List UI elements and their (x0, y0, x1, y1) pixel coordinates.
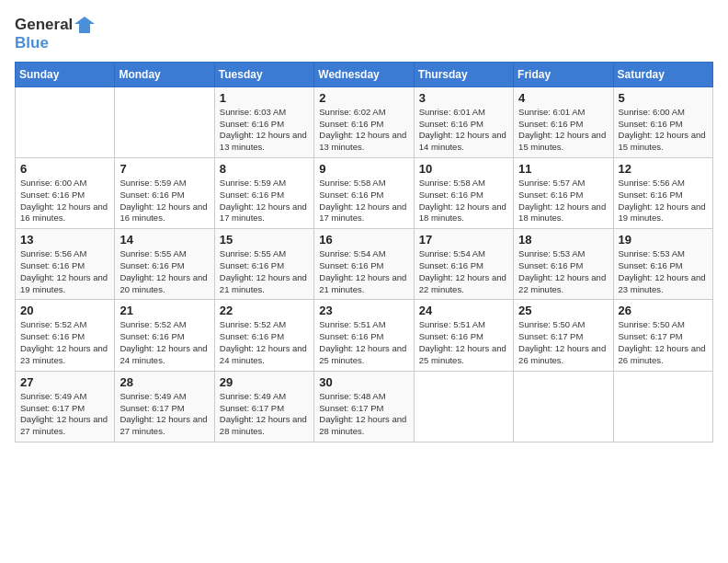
calendar-cell: 6Sunrise: 6:00 AM Sunset: 6:16 PM Daylig… (16, 157, 115, 228)
day-number: 1 (220, 91, 309, 105)
calendar-cell (514, 371, 613, 442)
day-info: Sunrise: 5:56 AM Sunset: 6:16 PM Dayligh… (619, 178, 708, 224)
day-info: Sunrise: 5:56 AM Sunset: 6:16 PM Dayligh… (20, 248, 109, 295)
calendar-cell: 13Sunrise: 5:56 AM Sunset: 6:16 PM Dayli… (16, 229, 115, 300)
day-number: 12 (619, 162, 708, 176)
calendar-week-2: 6Sunrise: 6:00 AM Sunset: 6:16 PM Daylig… (16, 157, 713, 228)
day-number: 27 (20, 375, 109, 389)
logo-general: General (15, 17, 73, 34)
calendar-header-row: SundayMondayTuesdayWednesdayThursdayFrid… (16, 62, 713, 86)
day-info: Sunrise: 6:02 AM Sunset: 6:16 PM Dayligh… (319, 107, 408, 154)
day-info: Sunrise: 6:00 AM Sunset: 6:16 PM Dayligh… (20, 178, 109, 224)
day-info: Sunrise: 6:03 AM Sunset: 6:16 PM Dayligh… (220, 107, 309, 154)
day-number: 7 (119, 162, 209, 176)
day-number: 10 (419, 162, 508, 176)
day-info: Sunrise: 5:59 AM Sunset: 6:16 PM Dayligh… (220, 178, 309, 224)
calendar-cell: 19Sunrise: 5:53 AM Sunset: 6:16 PM Dayli… (613, 229, 712, 300)
col-header-tuesday: Tuesday (214, 62, 313, 86)
day-number: 20 (20, 304, 109, 317)
day-number: 21 (119, 304, 209, 317)
calendar-cell: 21Sunrise: 5:52 AM Sunset: 6:16 PM Dayli… (115, 300, 214, 371)
calendar-week-5: 27Sunrise: 5:49 AM Sunset: 6:17 PM Dayli… (16, 371, 713, 442)
day-info: Sunrise: 5:54 AM Sunset: 6:16 PM Dayligh… (319, 248, 408, 295)
day-info: Sunrise: 5:51 AM Sunset: 6:16 PM Dayligh… (419, 319, 508, 366)
day-info: Sunrise: 5:49 AM Sunset: 6:17 PM Dayligh… (119, 391, 209, 438)
calendar-cell: 2Sunrise: 6:02 AM Sunset: 6:16 PM Daylig… (314, 86, 414, 157)
day-info: Sunrise: 5:52 AM Sunset: 6:16 PM Dayligh… (119, 319, 209, 366)
day-info: Sunrise: 5:51 AM Sunset: 6:16 PM Dayligh… (319, 319, 408, 366)
day-info: Sunrise: 5:48 AM Sunset: 6:17 PM Dayligh… (319, 391, 408, 438)
calendar-cell: 29Sunrise: 5:49 AM Sunset: 6:17 PM Dayli… (214, 371, 313, 442)
day-number: 23 (319, 304, 408, 317)
calendar-cell: 12Sunrise: 5:56 AM Sunset: 6:16 PM Dayli… (613, 157, 712, 228)
day-number: 15 (220, 233, 309, 247)
day-info: Sunrise: 5:49 AM Sunset: 6:17 PM Dayligh… (20, 391, 109, 438)
day-info: Sunrise: 5:58 AM Sunset: 6:16 PM Dayligh… (319, 178, 408, 224)
col-header-sunday: Sunday (16, 62, 115, 86)
calendar-table: SundayMondayTuesdayWednesdayThursdayFrid… (15, 62, 713, 442)
day-info: Sunrise: 5:55 AM Sunset: 6:16 PM Dayligh… (220, 248, 309, 295)
calendar-cell (414, 371, 513, 442)
calendar-week-4: 20Sunrise: 5:52 AM Sunset: 6:16 PM Dayli… (16, 300, 713, 371)
day-number: 17 (419, 233, 508, 247)
logo-bird-icon (74, 15, 95, 35)
logo: General Blue (15, 15, 95, 52)
day-number: 26 (619, 304, 708, 317)
day-number: 16 (319, 233, 408, 247)
calendar-cell: 28Sunrise: 5:49 AM Sunset: 6:17 PM Dayli… (115, 371, 214, 442)
col-header-friday: Friday (514, 62, 613, 86)
day-number: 29 (220, 375, 309, 389)
logo-text: General Blue (15, 15, 95, 52)
col-header-wednesday: Wednesday (314, 62, 414, 86)
day-number: 18 (518, 233, 608, 247)
day-number: 25 (518, 304, 608, 317)
day-number: 3 (419, 91, 508, 105)
calendar-cell: 15Sunrise: 5:55 AM Sunset: 6:16 PM Dayli… (214, 229, 313, 300)
calendar-cell (16, 86, 115, 157)
calendar-cell: 4Sunrise: 6:01 AM Sunset: 6:16 PM Daylig… (514, 86, 613, 157)
day-info: Sunrise: 5:49 AM Sunset: 6:17 PM Dayligh… (220, 391, 309, 438)
logo-blue: Blue (15, 35, 95, 52)
day-number: 2 (319, 91, 408, 105)
calendar-cell (613, 371, 712, 442)
day-info: Sunrise: 5:57 AM Sunset: 6:16 PM Dayligh… (518, 178, 608, 224)
day-number: 4 (518, 91, 608, 105)
calendar-cell: 9Sunrise: 5:58 AM Sunset: 6:16 PM Daylig… (314, 157, 414, 228)
calendar-cell: 17Sunrise: 5:54 AM Sunset: 6:16 PM Dayli… (414, 229, 513, 300)
calendar-cell: 23Sunrise: 5:51 AM Sunset: 6:16 PM Dayli… (314, 300, 414, 371)
calendar-cell: 18Sunrise: 5:53 AM Sunset: 6:16 PM Dayli… (514, 229, 613, 300)
day-number: 22 (220, 304, 309, 317)
calendar-cell: 30Sunrise: 5:48 AM Sunset: 6:17 PM Dayli… (314, 371, 414, 442)
calendar-cell: 22Sunrise: 5:52 AM Sunset: 6:16 PM Dayli… (214, 300, 313, 371)
calendar-cell: 26Sunrise: 5:50 AM Sunset: 6:17 PM Dayli… (613, 300, 712, 371)
day-number: 28 (119, 375, 209, 389)
calendar-cell: 14Sunrise: 5:55 AM Sunset: 6:16 PM Dayli… (115, 229, 214, 300)
day-number: 11 (518, 162, 608, 176)
calendar-cell: 1Sunrise: 6:03 AM Sunset: 6:16 PM Daylig… (214, 86, 313, 157)
day-info: Sunrise: 5:50 AM Sunset: 6:17 PM Dayligh… (518, 319, 608, 366)
calendar-cell: 25Sunrise: 5:50 AM Sunset: 6:17 PM Dayli… (514, 300, 613, 371)
day-info: Sunrise: 6:01 AM Sunset: 6:16 PM Dayligh… (518, 107, 608, 154)
calendar-cell: 5Sunrise: 6:00 AM Sunset: 6:16 PM Daylig… (613, 86, 712, 157)
calendar-cell: 3Sunrise: 6:01 AM Sunset: 6:16 PM Daylig… (414, 86, 513, 157)
svg-marker-0 (74, 17, 95, 33)
day-number: 6 (20, 162, 109, 176)
calendar-week-1: 1Sunrise: 6:03 AM Sunset: 6:16 PM Daylig… (16, 86, 713, 157)
calendar-cell: 7Sunrise: 5:59 AM Sunset: 6:16 PM Daylig… (115, 157, 214, 228)
calendar-cell: 8Sunrise: 5:59 AM Sunset: 6:16 PM Daylig… (214, 157, 313, 228)
calendar-cell: 27Sunrise: 5:49 AM Sunset: 6:17 PM Dayli… (16, 371, 115, 442)
day-info: Sunrise: 5:54 AM Sunset: 6:16 PM Dayligh… (419, 248, 508, 295)
day-number: 19 (619, 233, 708, 247)
col-header-monday: Monday (115, 62, 214, 86)
header: General Blue (15, 15, 713, 52)
calendar-week-3: 13Sunrise: 5:56 AM Sunset: 6:16 PM Dayli… (16, 229, 713, 300)
day-info: Sunrise: 6:00 AM Sunset: 6:16 PM Dayligh… (619, 107, 708, 154)
day-info: Sunrise: 5:53 AM Sunset: 6:16 PM Dayligh… (619, 248, 708, 295)
day-info: Sunrise: 5:50 AM Sunset: 6:17 PM Dayligh… (619, 319, 708, 366)
day-info: Sunrise: 5:59 AM Sunset: 6:16 PM Dayligh… (119, 178, 209, 224)
day-info: Sunrise: 5:52 AM Sunset: 6:16 PM Dayligh… (20, 319, 109, 366)
day-info: Sunrise: 5:52 AM Sunset: 6:16 PM Dayligh… (220, 319, 309, 366)
calendar-cell: 24Sunrise: 5:51 AM Sunset: 6:16 PM Dayli… (414, 300, 513, 371)
day-number: 9 (319, 162, 408, 176)
day-number: 8 (220, 162, 309, 176)
